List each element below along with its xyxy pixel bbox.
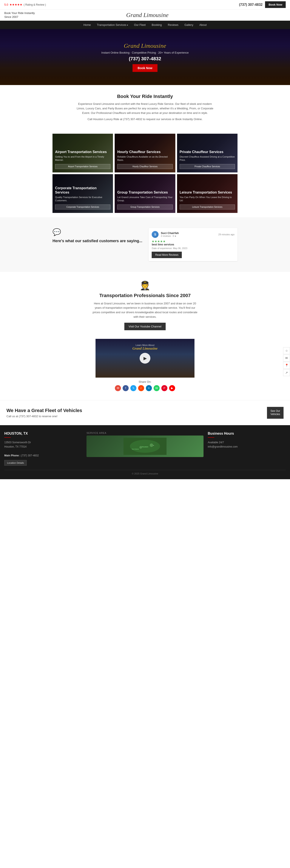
header-book-text: Book Your Ride Instantly Since 2007 (4, 11, 35, 19)
top-phone: (737) 307-4832 (239, 3, 262, 7)
service-corporate-desc: Quality Transportation Services for Exec… (55, 196, 110, 203)
footer: HOUSTON, TX 13503 Somersworth Dr Houston… (0, 425, 290, 479)
nav-booking[interactable]: Booking (149, 21, 165, 29)
location-details-button[interactable]: Location Details (4, 460, 27, 466)
nav-fleet[interactable]: Our Fleet (131, 21, 149, 29)
service-corporate-title: Corporate Transportation Services (55, 186, 110, 194)
service-airport-button[interactable]: Airport Transportation Services (55, 164, 110, 169)
footer-grid: HOUSTON, TX 13503 Somersworth Dr Houston… (4, 432, 286, 466)
service-area-label: SERVICE AREA (87, 432, 203, 434)
share-twitter-icon[interactable]: 𝕏 (130, 385, 136, 391)
top-book-now-button[interactable]: Book Now (265, 1, 286, 8)
hero-book-button[interactable]: Book Now (132, 64, 158, 72)
mail-icon[interactable]: ✉ (283, 354, 290, 362)
share-icon[interactable]: ↗ (283, 369, 290, 376)
service-leisure-title: Leisure Transportation Services (180, 190, 235, 194)
service-corporate-button[interactable]: Corporate Transportation Services (55, 205, 110, 210)
reviewer-name: Suci Chairfah (161, 231, 179, 235)
review-text: best limo services (152, 243, 234, 246)
copyright-text: © 2025 Grand Limousine (132, 472, 158, 475)
professional-icon: 🧑‍✈️ (4, 280, 286, 290)
footer-city-heading: HOUSTON, TX (4, 432, 82, 435)
logo[interactable]: Grand Limousine (126, 11, 168, 19)
location-icon[interactable]: 📍 (283, 362, 290, 369)
service-private-title: Private Chauffeur Services (180, 150, 235, 154)
video-thumbnail[interactable]: Learn More About Grand Limousine ▶ (96, 339, 194, 378)
nav-about[interactable]: About (196, 21, 210, 29)
nav-transportation[interactable]: Transportation Services (94, 21, 131, 29)
service-card-group-content: Group Transportation Services Let Grand … (115, 174, 175, 213)
svg-text:Houston: Houston (142, 446, 148, 448)
footer-copyright: © 2025 Grand Limousine (4, 470, 286, 477)
share-facebook-icon[interactable]: f (123, 385, 129, 391)
nav-gallery[interactable]: Gallery (181, 21, 196, 29)
share-youtube-icon[interactable]: ▶ (169, 385, 175, 391)
share-section: Share On: ✉ f 𝕏 r in W P ▶ (96, 378, 194, 394)
youtube-channel-button[interactable]: Visit Our Youtube Channel (124, 323, 166, 330)
header-line2: Since 2007 (4, 15, 35, 19)
service-private-button[interactable]: Private Chauffeur Services (180, 164, 235, 169)
services-grid: Airport Transportation Services Getting … (48, 132, 242, 217)
book-ride-section: Book Your Ride Instantly Experience Gran… (70, 87, 220, 130)
footer-address-line1: 13503 Somersworth Dr (4, 441, 31, 444)
share-pinterest-icon[interactable]: P (161, 385, 167, 391)
review-stars: ★★★★★ (152, 240, 234, 243)
rating-label: ( Rating & Review ) (24, 3, 46, 6)
reviewer-info: Suci Chairfah 2 reviews · 0 ● (161, 231, 179, 237)
top-bar: 5.0 ★★★★★ ( Rating & Review ) (737) 307-… (0, 0, 290, 9)
share-whatsapp-icon[interactable]: W (154, 385, 160, 391)
book-ride-p2: Call Houston Luxury Ride at (737) 307-48… (74, 117, 216, 122)
review-card: S Suci Chairfah 2 reviews · 0 ● 29 minut… (149, 228, 237, 261)
bookmark-icon[interactable]: ☆ (283, 347, 290, 354)
video-section: Learn More About Grand Limousine ▶ Share… (91, 339, 199, 400)
service-card-hourly-content: Hourly Chauffeur Services Reliable Chauf… (115, 134, 175, 173)
quote-icon: 💬 (53, 228, 142, 236)
service-leisure-button[interactable]: Leisure Transportation Services (180, 205, 235, 210)
service-group-desc: Let Grand Limousine Take Care of Transpo… (117, 196, 172, 203)
nav-reviews[interactable]: Reviews (165, 21, 181, 29)
play-button[interactable]: ▶ (140, 353, 150, 364)
service-card-airport[interactable]: Airport Transportation Services Getting … (53, 134, 113, 173)
header-line1: Book Your Ride Instantly (4, 11, 35, 15)
video-text: Learn More About Grand Limousine (96, 343, 194, 350)
share-email-icon[interactable]: ✉ (115, 385, 121, 391)
service-private-desc: Discreet Chauffeur-Assisted Driving at a… (180, 155, 235, 162)
service-hourly-desc: Reliable Chauffeurs Available on an As-D… (117, 155, 172, 162)
video-label: Learn More About (135, 344, 154, 346)
service-group-title: Group Transportation Services (117, 190, 172, 194)
service-card-hourly[interactable]: Hourly Chauffeur Services Reliable Chauf… (115, 134, 175, 173)
svg-text:San Antonio: San Antonio (132, 448, 139, 450)
side-icons-panel: ☆ ✉ 📍 ↗ (283, 347, 290, 376)
share-reddit-icon[interactable]: r (138, 385, 144, 391)
video-title: Grand Limousine (96, 347, 194, 350)
fleet-left: We Have a Great Fleet of Vehicles Call u… (6, 408, 82, 418)
service-hourly-button[interactable]: Hourly Chauffeur Services (117, 164, 172, 169)
hero-section: Grand Limousine Instant Online Booking ·… (0, 29, 290, 85)
service-leisure-desc: You Can Party On When You Leave the Driv… (180, 196, 235, 203)
top-bar-left: 5.0 ★★★★★ ( Rating & Review ) (4, 3, 46, 6)
professionals-heading: Transportation Professionals Since 2007 (4, 293, 286, 298)
see-fleet-line1: See Our (270, 409, 280, 412)
see-vehicles-button[interactable]: See Our Vehicles (267, 407, 284, 419)
professionals-body: Here at Grand Limousine, we've been in b… (91, 301, 199, 319)
nav-transportation-dropdown: Transportation Services (94, 21, 131, 29)
book-ride-heading: Book Your Ride Instantly (74, 94, 216, 99)
star-icons: ★★★★★ (9, 3, 22, 6)
footer-city-col: HOUSTON, TX 13503 Somersworth Dr Houston… (4, 432, 82, 466)
nav-home[interactable]: Home (80, 21, 94, 29)
footer-hours-underline (208, 437, 214, 438)
footer-address: 13503 Somersworth Dr Houston, TX 77014 M… (4, 440, 82, 458)
service-area-map: Houston San Antonio ● (87, 435, 203, 457)
footer-hours-heading: Business Hours (208, 432, 286, 435)
service-card-private[interactable]: Private Chauffeur Services Discreet Chau… (177, 134, 237, 173)
read-more-reviews-button[interactable]: Read More Reviews (152, 252, 182, 258)
footer-phone-label: Main Phone : (4, 454, 21, 457)
service-card-corporate[interactable]: Corporate Transportation Services Qualit… (53, 174, 113, 213)
hero-subtitle: Instant Online Booking · Competitive Pri… (101, 51, 189, 54)
service-card-group[interactable]: Group Transportation Services Let Grand … (115, 174, 175, 213)
service-group-button[interactable]: Group Transportation Services (117, 205, 172, 210)
service-card-leisure[interactable]: Leisure Transportation Services You Can … (177, 174, 237, 213)
review-time: 29 minutes ago (218, 233, 234, 236)
share-linkedin-icon[interactable]: in (146, 385, 152, 391)
footer-email: info@grandlimousine.com (208, 444, 286, 449)
